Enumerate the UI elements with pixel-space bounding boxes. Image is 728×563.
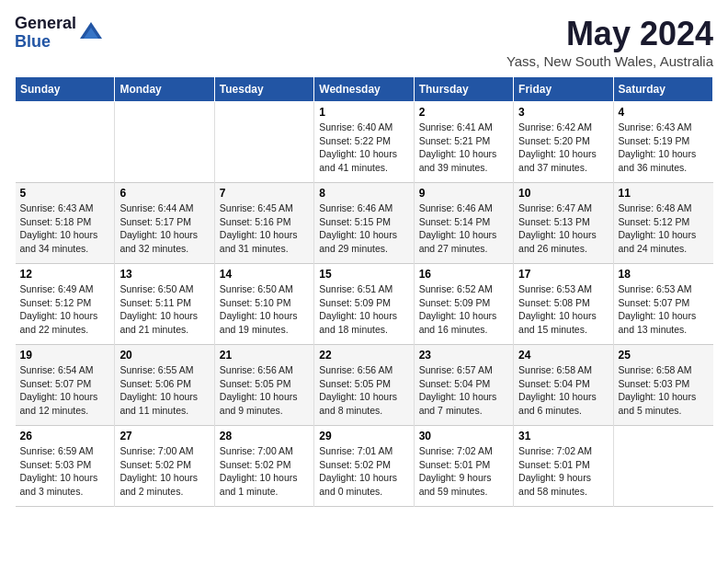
calendar-day-cell: 19Sunrise: 6:54 AM Sunset: 5:07 PM Dayli… bbox=[16, 345, 115, 426]
day-info: Sunrise: 6:48 AM Sunset: 5:12 PM Dayligh… bbox=[619, 201, 709, 256]
calendar-header-row: Sunday Monday Tuesday Wednesday Thursday… bbox=[16, 77, 713, 102]
header-thursday: Thursday bbox=[414, 77, 513, 102]
day-number: 17 bbox=[518, 268, 608, 281]
day-number: 14 bbox=[220, 268, 309, 281]
calendar-day-cell: 23Sunrise: 6:57 AM Sunset: 5:04 PM Dayli… bbox=[414, 345, 513, 426]
calendar-day-cell: 12Sunrise: 6:49 AM Sunset: 5:12 PM Dayli… bbox=[16, 264, 115, 345]
header-friday: Friday bbox=[514, 77, 613, 102]
subtitle: Yass, New South Wales, Australia bbox=[506, 53, 713, 69]
title-block: May 2024 Yass, New South Wales, Australi… bbox=[506, 15, 713, 69]
calendar-day-cell: 9Sunrise: 6:46 AM Sunset: 5:14 PM Daylig… bbox=[414, 183, 513, 264]
logo-general: General bbox=[15, 15, 76, 33]
day-info: Sunrise: 6:53 AM Sunset: 5:08 PM Dayligh… bbox=[518, 282, 608, 337]
day-info: Sunrise: 6:59 AM Sunset: 5:03 PM Dayligh… bbox=[20, 444, 110, 499]
day-number: 27 bbox=[119, 430, 209, 442]
calendar-day-cell: 25Sunrise: 6:58 AM Sunset: 5:03 PM Dayli… bbox=[613, 345, 712, 426]
logo-text: General Blue bbox=[15, 15, 76, 52]
day-number: 28 bbox=[220, 430, 309, 442]
calendar-day-cell: 11Sunrise: 6:48 AM Sunset: 5:12 PM Dayli… bbox=[613, 183, 712, 264]
day-info: Sunrise: 7:02 AM Sunset: 5:01 PM Dayligh… bbox=[518, 444, 608, 499]
day-info: Sunrise: 6:56 AM Sunset: 5:05 PM Dayligh… bbox=[319, 363, 408, 418]
logo-icon bbox=[78, 20, 104, 46]
day-info: Sunrise: 7:01 AM Sunset: 5:02 PM Dayligh… bbox=[319, 444, 408, 499]
calendar-day-cell: 5Sunrise: 6:43 AM Sunset: 5:18 PM Daylig… bbox=[16, 183, 115, 264]
day-number: 1 bbox=[319, 106, 408, 119]
day-number: 31 bbox=[518, 430, 608, 442]
day-number: 6 bbox=[119, 187, 209, 200]
day-info: Sunrise: 6:40 AM Sunset: 5:22 PM Dayligh… bbox=[319, 121, 408, 175]
day-number: 2 bbox=[419, 106, 508, 119]
calendar-day-cell: 6Sunrise: 6:44 AM Sunset: 5:17 PM Daylig… bbox=[115, 183, 214, 264]
calendar-day-cell bbox=[214, 102, 313, 183]
calendar-day-cell: 17Sunrise: 6:53 AM Sunset: 5:08 PM Dayli… bbox=[514, 264, 613, 345]
calendar-day-cell: 26Sunrise: 6:59 AM Sunset: 5:03 PM Dayli… bbox=[16, 426, 115, 507]
calendar-day-cell: 29Sunrise: 7:01 AM Sunset: 5:02 PM Dayli… bbox=[314, 426, 414, 507]
day-info: Sunrise: 6:50 AM Sunset: 5:10 PM Dayligh… bbox=[220, 282, 309, 337]
day-number: 21 bbox=[220, 349, 309, 362]
day-number: 12 bbox=[20, 268, 110, 281]
day-info: Sunrise: 6:43 AM Sunset: 5:18 PM Dayligh… bbox=[20, 201, 110, 256]
day-number: 5 bbox=[20, 187, 110, 200]
calendar-week-row: 26Sunrise: 6:59 AM Sunset: 5:03 PM Dayli… bbox=[16, 426, 713, 507]
day-number: 3 bbox=[518, 106, 608, 119]
calendar-day-cell: 24Sunrise: 6:58 AM Sunset: 5:04 PM Dayli… bbox=[514, 345, 613, 426]
day-info: Sunrise: 6:45 AM Sunset: 5:16 PM Dayligh… bbox=[220, 201, 309, 256]
header-tuesday: Tuesday bbox=[214, 77, 313, 102]
day-info: Sunrise: 6:53 AM Sunset: 5:07 PM Dayligh… bbox=[619, 282, 709, 337]
calendar-week-row: 5Sunrise: 6:43 AM Sunset: 5:18 PM Daylig… bbox=[16, 183, 713, 264]
calendar-week-row: 12Sunrise: 6:49 AM Sunset: 5:12 PM Dayli… bbox=[16, 264, 713, 345]
header-wednesday: Wednesday bbox=[314, 77, 414, 102]
calendar-day-cell: 28Sunrise: 7:00 AM Sunset: 5:02 PM Dayli… bbox=[214, 426, 313, 507]
calendar-day-cell: 16Sunrise: 6:52 AM Sunset: 5:09 PM Dayli… bbox=[414, 264, 513, 345]
calendar-day-cell: 1Sunrise: 6:40 AM Sunset: 5:22 PM Daylig… bbox=[314, 102, 414, 183]
day-number: 16 bbox=[419, 268, 508, 281]
day-info: Sunrise: 6:47 AM Sunset: 5:13 PM Dayligh… bbox=[518, 201, 608, 256]
calendar-day-cell: 2Sunrise: 6:41 AM Sunset: 5:21 PM Daylig… bbox=[414, 102, 513, 183]
day-number: 10 bbox=[518, 187, 608, 200]
day-number: 8 bbox=[319, 187, 408, 200]
calendar-day-cell: 30Sunrise: 7:02 AM Sunset: 5:01 PM Dayli… bbox=[414, 426, 513, 507]
calendar-day-cell: 8Sunrise: 6:46 AM Sunset: 5:15 PM Daylig… bbox=[314, 183, 414, 264]
day-info: Sunrise: 6:57 AM Sunset: 5:04 PM Dayligh… bbox=[419, 363, 508, 418]
day-number: 18 bbox=[619, 268, 709, 281]
calendar-day-cell bbox=[613, 426, 712, 507]
day-number: 26 bbox=[20, 430, 110, 442]
day-info: Sunrise: 6:50 AM Sunset: 5:11 PM Dayligh… bbox=[119, 282, 209, 337]
day-info: Sunrise: 6:58 AM Sunset: 5:04 PM Dayligh… bbox=[518, 363, 608, 418]
calendar-day-cell: 13Sunrise: 6:50 AM Sunset: 5:11 PM Dayli… bbox=[115, 264, 214, 345]
day-info: Sunrise: 7:00 AM Sunset: 5:02 PM Dayligh… bbox=[119, 444, 209, 499]
day-number: 25 bbox=[619, 349, 709, 362]
calendar-day-cell: 22Sunrise: 6:56 AM Sunset: 5:05 PM Dayli… bbox=[314, 345, 414, 426]
day-info: Sunrise: 6:52 AM Sunset: 5:09 PM Dayligh… bbox=[419, 282, 508, 337]
calendar-day-cell: 15Sunrise: 6:51 AM Sunset: 5:09 PM Dayli… bbox=[314, 264, 414, 345]
calendar-day-cell: 31Sunrise: 7:02 AM Sunset: 5:01 PM Dayli… bbox=[514, 426, 613, 507]
calendar-day-cell bbox=[115, 102, 214, 183]
day-number: 29 bbox=[319, 430, 408, 442]
calendar-week-row: 19Sunrise: 6:54 AM Sunset: 5:07 PM Dayli… bbox=[16, 345, 713, 426]
calendar-day-cell: 10Sunrise: 6:47 AM Sunset: 5:13 PM Dayli… bbox=[514, 183, 613, 264]
day-number: 13 bbox=[119, 268, 209, 281]
page-header: General Blue May 2024 Yass, New South Wa… bbox=[15, 15, 713, 69]
day-info: Sunrise: 6:46 AM Sunset: 5:15 PM Dayligh… bbox=[319, 201, 408, 256]
day-number: 15 bbox=[319, 268, 408, 281]
day-info: Sunrise: 6:55 AM Sunset: 5:06 PM Dayligh… bbox=[119, 363, 209, 418]
calendar-day-cell: 18Sunrise: 6:53 AM Sunset: 5:07 PM Dayli… bbox=[613, 264, 712, 345]
day-info: Sunrise: 6:49 AM Sunset: 5:12 PM Dayligh… bbox=[20, 282, 110, 337]
day-number: 22 bbox=[319, 349, 408, 362]
day-info: Sunrise: 6:51 AM Sunset: 5:09 PM Dayligh… bbox=[319, 282, 408, 337]
logo: General Blue bbox=[15, 15, 104, 52]
day-number: 11 bbox=[619, 187, 709, 200]
day-number: 20 bbox=[119, 349, 209, 362]
day-info: Sunrise: 6:58 AM Sunset: 5:03 PM Dayligh… bbox=[619, 363, 709, 418]
day-number: 7 bbox=[220, 187, 309, 200]
logo-blue: Blue bbox=[15, 33, 76, 52]
day-number: 30 bbox=[419, 430, 508, 442]
main-title: May 2024 bbox=[506, 15, 713, 53]
calendar-day-cell: 4Sunrise: 6:43 AM Sunset: 5:19 PM Daylig… bbox=[613, 102, 712, 183]
day-number: 4 bbox=[619, 106, 709, 119]
day-info: Sunrise: 6:54 AM Sunset: 5:07 PM Dayligh… bbox=[20, 363, 110, 418]
day-info: Sunrise: 6:56 AM Sunset: 5:05 PM Dayligh… bbox=[220, 363, 309, 418]
header-sunday: Sunday bbox=[16, 77, 115, 102]
calendar-day-cell: 7Sunrise: 6:45 AM Sunset: 5:16 PM Daylig… bbox=[214, 183, 313, 264]
header-monday: Monday bbox=[115, 77, 214, 102]
